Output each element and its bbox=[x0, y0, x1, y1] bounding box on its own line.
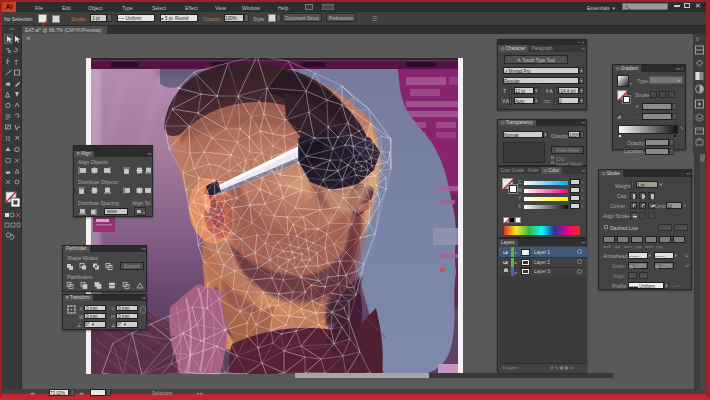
svg-text:T: T bbox=[14, 59, 19, 66]
